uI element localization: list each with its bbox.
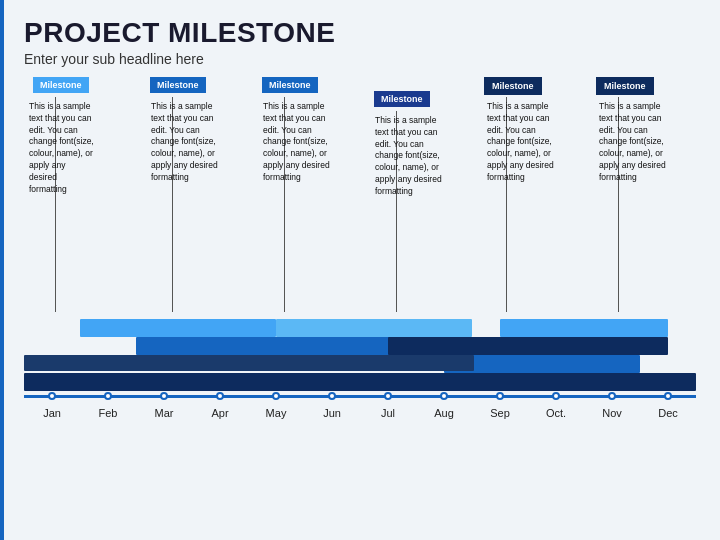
dot-apr [216,392,224,400]
dot-mar [160,392,168,400]
month-labels: Jan Feb Mar Apr May Jun Jul Aug Sep Oct.… [24,407,696,457]
dot-jan [48,392,56,400]
month-dec: Dec [640,407,696,457]
month-jun: Jun [304,407,360,457]
month-aug: Aug [416,407,472,457]
left-accent [0,0,4,540]
page-title: PROJECT MILESTONE [24,18,696,49]
timeline-dots [24,77,696,457]
dot-aug [440,392,448,400]
dot-may [272,392,280,400]
month-oct: Oct. [528,407,584,457]
dot-sep [496,392,504,400]
month-mar: Mar [136,407,192,457]
month-may: May [248,407,304,457]
month-jul: Jul [360,407,416,457]
slide: PROJECT MILESTONE Enter your sub headlin… [0,0,720,540]
month-feb: Feb [80,407,136,457]
month-jan: Jan [24,407,80,457]
month-nov: Nov [584,407,640,457]
dot-feb [104,392,112,400]
month-apr: Apr [192,407,248,457]
dot-jun [328,392,336,400]
dot-nov [608,392,616,400]
page-subtitle: Enter your sub headline here [24,51,696,67]
dot-oct [552,392,560,400]
chart-area: Milestone This is a sample text that you… [24,77,696,457]
month-sep: Sep [472,407,528,457]
dot-jul [384,392,392,400]
dot-dec [664,392,672,400]
